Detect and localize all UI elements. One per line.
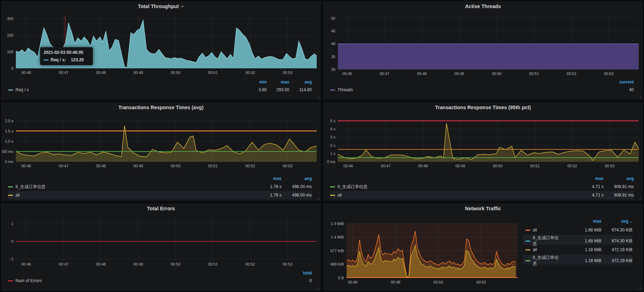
series-color-dash [330, 195, 335, 196]
legend-row: Num of Errors 0 [8, 277, 312, 285]
legend-series-toggle[interactable]: Num of Errors [8, 278, 289, 283]
legend-row: 8_生成订单信息 1.18 MiB 472.19 KiB [523, 255, 632, 265]
active-threads-chart[interactable]: 504540353000:4600:4700:4800:4900:5000:51… [324, 11, 642, 79]
panel-title-menu-active-threads[interactable]: Active Threads [324, 2, 642, 11]
legend-series-label: Req / s [15, 87, 29, 92]
svg-text:4 s: 4 s [330, 127, 335, 131]
legend-col-avg[interactable]: avg [604, 176, 634, 181]
svg-text:00:53: 00:53 [283, 70, 292, 75]
legend-max-value: 4.71 s [565, 184, 604, 189]
legend-series-toggle[interactable]: Req / s [8, 87, 244, 92]
panel-resize-handle[interactable] [639, 287, 641, 289]
panel-resize-handle[interactable] [639, 96, 641, 98]
throughput-chart[interactable]: 300200100000:4600:4700:4800:4900:5000:51… [2, 11, 320, 79]
legend-row: all 1.76 s 498.00 ms [8, 191, 312, 199]
legend-series-toggle[interactable]: all [525, 247, 563, 252]
svg-text:00:52: 00:52 [245, 262, 255, 266]
legend-avg-value: 472.19 KiB [601, 247, 632, 252]
panel-resize-handle[interactable] [317, 96, 319, 98]
legend: current Threads 40 [324, 79, 642, 94]
svg-text:00:46: 00:46 [21, 262, 31, 266]
response-times-avg-chart[interactable]: 2.0 s1.5 s1.0 s500 ms0 ms00:4600:4700:48… [2, 112, 320, 175]
panel-total-errors: Total Errors 10-100:4600:4700:4800:4900:… [1, 204, 321, 291]
legend-max-value: 1.68 MiB [563, 238, 601, 243]
legend-series-toggle[interactable]: 8_生成订单信息 [525, 235, 563, 247]
legend-series-toggle[interactable]: all [330, 193, 565, 198]
svg-text:00:49: 00:49 [133, 70, 143, 75]
legend-avg-value: 472.19 KiB [601, 258, 632, 263]
series-color-dash [8, 280, 13, 281]
legend-col-avg[interactable]: avg [289, 80, 312, 85]
svg-text:1.0 s: 1.0 s [5, 139, 13, 143]
legend-series-label: 8_生成订单信息 [15, 184, 45, 190]
svg-text:488 KiB: 488 KiB [330, 262, 343, 266]
svg-text:00:51: 00:51 [208, 70, 218, 75]
svg-text:00:50: 00:50 [492, 72, 502, 76]
legend-series-label: 8_生成订单信息 [533, 255, 563, 267]
legend-series-toggle[interactable]: 8_生成订单信息 [8, 184, 243, 190]
panel-title-menu-response-times-95pct[interactable]: Transactions Response Times (95th pct) [324, 103, 642, 112]
legend-col-total[interactable]: total [289, 271, 312, 275]
panel-title-menu-response-times-avg[interactable]: Transactions Response Times (avg) [2, 103, 320, 112]
legend-col-avg-sorted[interactable]: avg⌄ [601, 219, 632, 224]
series-color-dash [8, 186, 13, 187]
panel-title-menu-network-traffic[interactable]: Network Traffic [324, 204, 642, 213]
legend: max avg 8_生成订单信息 1.76 s 498.00 ms all 1.… [2, 175, 320, 199]
svg-text:00:51: 00:51 [529, 72, 539, 76]
svg-text:1 s: 1 s [330, 151, 335, 156]
legend-col-max[interactable]: max [565, 176, 604, 181]
legend-max-value: 1.18 MiB [563, 247, 601, 252]
panel-resize-handle[interactable] [317, 197, 319, 199]
legend-series-toggle[interactable]: all [525, 228, 563, 232]
legend-series-toggle[interactable]: Threads [330, 87, 611, 92]
response-times-95pct-chart[interactable]: 5 s4 s3 s2 s1 s0 ms00:4600:4700:4800:490… [324, 112, 642, 175]
legend-series-toggle[interactable]: all [8, 193, 243, 198]
legend-col-avg[interactable]: avg [282, 176, 312, 181]
series-color-dash [330, 186, 335, 187]
legend-col-min[interactable]: min [244, 80, 267, 85]
network-traffic-chart[interactable]: 1.9 MiB1.4 MiB977 KiB488 KiB0 B00:4600:4… [324, 213, 520, 288]
legend: total Num of Errors 0 [2, 269, 320, 285]
legend-row: 8_生成订单信息 1.76 s 498.00 ms [8, 182, 312, 191]
svg-text:200: 200 [7, 33, 13, 37]
svg-text:5 s: 5 s [330, 119, 335, 123]
legend-series-label: all [533, 228, 537, 232]
legend-max-value: 4.71 s [565, 193, 604, 198]
svg-text:-1: -1 [10, 257, 13, 261]
panel-title-menu-total-throughput[interactable]: Total Throughput [2, 2, 320, 11]
legend: min max avg Req / s 3.60 293.00 114.80 [2, 79, 320, 94]
legend-col-max[interactable]: max [563, 219, 601, 224]
legend-col-max[interactable]: max [243, 176, 282, 181]
legend-col-current[interactable]: current [611, 80, 634, 85]
legend-series-label: all [15, 193, 20, 198]
legend-series-toggle[interactable]: 8_生成订单信息 [525, 255, 563, 267]
series-color-dash [525, 241, 530, 242]
svg-text:00:52: 00:52 [567, 164, 577, 168]
legend-col-max[interactable]: max [267, 80, 289, 85]
svg-text:00:46: 00:46 [342, 72, 352, 76]
series-color-dash [525, 260, 530, 261]
svg-text:00:47: 00:47 [381, 164, 391, 168]
total-errors-chart[interactable]: 10-100:4600:4700:4800:4900:5000:5100:520… [2, 213, 320, 269]
legend-avg-value: 674.30 KiB [601, 238, 632, 243]
svg-text:00:51: 00:51 [530, 164, 540, 168]
legend-avg-value: 674.30 KiB [601, 228, 632, 232]
series-color-dash [8, 195, 13, 196]
svg-text:0 ms: 0 ms [327, 160, 335, 164]
svg-text:1.9 MiB: 1.9 MiB [331, 222, 344, 226]
legend-max-value: 1.18 MiB [563, 258, 601, 263]
legend-row: Req / s 3.60 293.00 114.80 [8, 86, 312, 94]
chevron-down-icon [181, 5, 184, 7]
legend-series-toggle[interactable]: 8_生成订单信息 [330, 184, 565, 190]
legend-series-label: Num of Errors [15, 278, 42, 283]
legend-series-label: 8_生成订单信息 [533, 235, 563, 247]
legend-total-value: 0 [289, 278, 312, 283]
svg-text:40: 40 [331, 42, 335, 46]
panel-resize-handle[interactable] [639, 197, 641, 199]
svg-text:00:46: 00:46 [343, 164, 353, 168]
panel-title-menu-total-errors[interactable]: Total Errors [2, 204, 320, 213]
panel-resize-handle[interactable] [317, 287, 319, 289]
svg-text:1: 1 [11, 222, 13, 226]
svg-text:00:50: 00:50 [171, 164, 181, 168]
svg-text:300: 300 [7, 17, 13, 21]
